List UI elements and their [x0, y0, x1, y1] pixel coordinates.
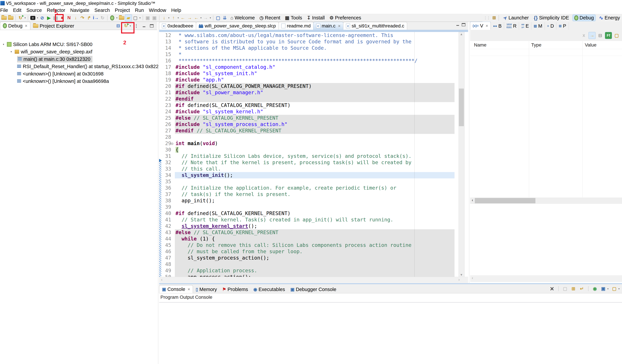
dropdown-arrow-icon[interactable]: ▾: [24, 17, 26, 19]
perspective-simplicity-ide[interactable]: {}Simplicity IDE: [532, 15, 571, 21]
scrollbar-thumb[interactable]: [459, 89, 464, 126]
save-all-button[interactable]: ▣: [151, 15, 158, 21]
menu-help[interactable]: Help: [169, 8, 184, 13]
capture-screenshot-button[interactable]: ▾: [29, 15, 39, 21]
connect-target-button[interactable]: ⊘: [39, 15, 46, 21]
tab-project-explorer[interactable]: Project Explorer: [30, 22, 77, 30]
open-console-button[interactable]: ▢▾: [611, 285, 620, 292]
close-icon[interactable]: ×: [25, 23, 27, 28]
update-software-button[interactable]: ⇊: [221, 15, 228, 21]
open-new-view-button[interactable]: ▢: [215, 15, 221, 21]
dropdown-arrow-icon[interactable]: ▾: [139, 17, 141, 19]
perspective-launcher[interactable]: ➤Launcher: [502, 15, 530, 21]
open-resource-button[interactable]: [7, 15, 14, 21]
open-project-button[interactable]: [118, 15, 125, 21]
instruction-stepping-button[interactable]: i→: [93, 15, 99, 21]
editor-tab-wifi-power-save-deep-sleep-slcp[interactable]: wifi_power_save_deep_sleep.slcp: [196, 22, 279, 30]
dropdown-arrow-icon[interactable]: ▾: [618, 288, 620, 290]
dropdown-arrow-icon[interactable]: ▾: [209, 17, 212, 19]
scroll-lock-button[interactable]: ⊞: [570, 285, 577, 292]
peripherals-tab[interactable]: ⊞P: [556, 22, 569, 30]
previous-annotation-button[interactable]: ↑▾: [170, 15, 179, 21]
display-selected-console-button[interactable]: ▣▾: [600, 285, 609, 292]
chevron-down-icon[interactable]: ▾: [2, 43, 5, 46]
install-link[interactable]: ↧Install: [307, 15, 325, 20]
dropdown-arrow-icon[interactable]: ▾: [607, 288, 609, 290]
tree-row[interactable]: <unknown>() [Unknown] at 0xaa96698a: [17, 77, 109, 85]
minimize-icon[interactable]: [456, 25, 459, 26]
dropdown-arrow-icon[interactable]: ▾: [200, 17, 202, 19]
debug-button[interactable]: ▾: [109, 15, 118, 21]
open-perspective-button[interactable]: ⊞: [491, 15, 498, 21]
word-wrap-button[interactable]: ↵: [579, 285, 585, 292]
perspective-debug[interactable]: Debug: [572, 14, 596, 21]
resume-button[interactable]: ▶: [46, 15, 52, 21]
code-area[interactable]: 12 * www.silabs.com/about-us/legal/maste…: [159, 32, 468, 277]
scroll-left-icon[interactable]: ‹: [161, 277, 162, 282]
expressions-tab[interactable]: oo x=E: [519, 22, 531, 30]
last-edit-location-button[interactable]: ←: [179, 15, 186, 21]
tab-problems[interactable]: ⚑Problems: [220, 286, 251, 293]
editor-vertical-scrollbar[interactable]: ▲ ▼: [459, 32, 465, 277]
tools-link[interactable]: ▦Tools: [285, 15, 302, 20]
dropdown-arrow-icon[interactable]: ▾: [168, 17, 170, 19]
editor-tab-main-c[interactable]: cmain.c×: [313, 22, 344, 30]
back-button[interactable]: ←▾: [193, 15, 202, 21]
scroll-down-icon[interactable]: ▼: [459, 273, 464, 277]
reset-device-button[interactable]: ↻▶▾: [17, 15, 26, 21]
mark-occurrences-button[interactable]: ▰: [125, 14, 132, 21]
next-edit-location-button[interactable]: →: [186, 15, 193, 21]
recent-link[interactable]: ◷Recent: [259, 15, 280, 20]
scrollbar-thumb[interactable]: [475, 198, 535, 203]
disassembly-tab[interactable]: ≡D: [545, 22, 557, 30]
dropdown-arrow-icon[interactable]: ▾: [177, 17, 179, 19]
fold-marker-icon[interactable]: ⊖: [171, 140, 174, 147]
tree-row[interactable]: ▾Silicon Labs ARM MCU: SI917-SB00: [2, 41, 93, 48]
step-over-button[interactable]: ↷: [79, 15, 86, 21]
tab-executables[interactable]: ◉Executables: [251, 286, 288, 293]
detail-horizontal-scrollbar[interactable]: ‹: [470, 275, 622, 282]
forward-button[interactable]: →▾: [202, 15, 212, 21]
next-annotation-button[interactable]: ↓▾: [161, 15, 170, 21]
terminate-button[interactable]: ×: [549, 285, 555, 292]
tree-row[interactable]: RSI_Default_Reset_Handler() at startup_R…: [17, 63, 159, 70]
column-header-type[interactable]: Type: [531, 42, 542, 48]
scroll-up-icon[interactable]: ▲: [459, 33, 464, 36]
scroll-left-icon[interactable]: ‹: [472, 276, 473, 280]
minimize-button[interactable]: [141, 23, 147, 29]
editor-tab-sli-si91x-multithreaded-c[interactable]: csli_si91x_multithreaded.c: [343, 22, 407, 30]
tree-row[interactable]: main() at main.c:30 0x8212320: [17, 55, 93, 63]
modules-tab[interactable]: ▤M: [531, 22, 545, 30]
column-header-name[interactable]: Name: [474, 42, 486, 48]
close-icon[interactable]: ×: [486, 23, 488, 28]
save-button[interactable]: ▣: [144, 15, 151, 21]
menu-project[interactable]: Project: [112, 8, 133, 13]
tab-memory[interactable]: ▯Memory: [193, 286, 220, 293]
registers-tab[interactable]: 1010 0101R: [504, 22, 519, 30]
menu-edit[interactable]: Edit: [11, 8, 24, 13]
maximize-button[interactable]: [149, 23, 155, 29]
column-header-value[interactable]: Value: [585, 42, 597, 48]
clear-console-button[interactable]: ▢: [562, 285, 568, 292]
editor-tab-readme-md[interactable]: readme.md: [278, 22, 313, 30]
pin-console-button[interactable]: ◉: [592, 285, 598, 292]
maximize-icon[interactable]: [462, 23, 466, 26]
scroll-right-icon[interactable]: ›: [458, 277, 460, 282]
dropdown-arrow-icon[interactable]: ▾: [36, 17, 39, 19]
dropdown-arrow-icon[interactable]: ▾: [116, 17, 118, 19]
collapse-all-button[interactable]: ⊟: [115, 23, 121, 29]
menu-navigate[interactable]: Navigate: [68, 8, 92, 13]
editor-tab-0xdeadbeee[interactable]: c0xdeadbeee: [159, 22, 196, 30]
tree-row[interactable]: ▾wifi_power_save_deep_sleep.axf: [9, 48, 92, 55]
editor-horizontal-scrollbar[interactable]: ‹ ›: [159, 277, 468, 283]
new-wizard-button[interactable]: [1, 15, 7, 21]
step-return-button[interactable]: ↱: [86, 15, 93, 21]
breakpoints-tab[interactable]: ●●B: [491, 22, 504, 30]
perspective-energy[interactable]: ∿Energy: [597, 14, 622, 21]
collapse-all-button[interactable]: ⊟: [597, 32, 603, 39]
tree-row[interactable]: <unknown>() [Unknown] at 0x301698: [17, 70, 103, 77]
variables-detail-pane[interactable]: [470, 204, 622, 275]
menu-source[interactable]: Source: [24, 8, 44, 13]
close-icon[interactable]: ×: [188, 287, 190, 292]
preferences-link[interactable]: ⚙Preferences: [330, 15, 361, 20]
